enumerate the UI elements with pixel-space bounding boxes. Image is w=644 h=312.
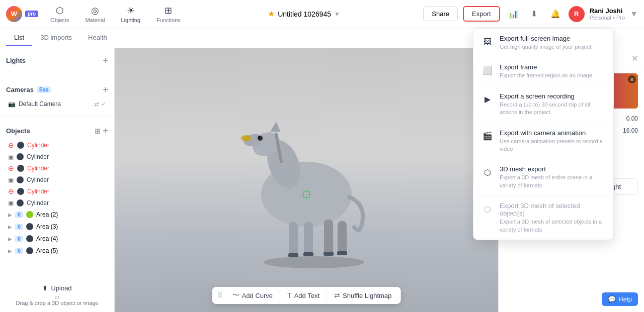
area-dot-icon	[26, 247, 33, 254]
list-item[interactable]: ⊖ Cylinder	[6, 185, 108, 197]
help-icon: 💬	[608, 295, 616, 303]
export-frame-text: Export frame Export the framed region as…	[500, 63, 605, 79]
add-camera-button[interactable]: +	[103, 84, 108, 95]
add-curve-button[interactable]: 〜 Add Curve	[225, 287, 280, 304]
remove-icon[interactable]: ⊖	[8, 187, 14, 195]
photo-close-button[interactable]: ✕	[628, 75, 636, 83]
notification-icon[interactable]: 🔔	[547, 6, 564, 22]
remove-icon[interactable]: ⊖	[8, 141, 14, 149]
obj-actions: ⊞ +	[95, 126, 108, 136]
list-item[interactable]: ▣ Cylinder	[6, 197, 108, 209]
remove-icon[interactable]: ⊖	[8, 164, 14, 172]
list-item[interactable]: ▣ Cylinder	[6, 174, 108, 185]
export-3d-mesh-selected-title: Export 3D mesh of selected object(s)	[500, 202, 605, 217]
list-item[interactable]: ▶ 0 Area (5)	[6, 245, 108, 257]
material-icon: ◎	[91, 5, 99, 16]
svg-point-4	[241, 135, 251, 141]
upload-desc: Drag & drop a 3D object or image	[6, 300, 108, 306]
svg-rect-13	[303, 252, 313, 256]
export-3d-mesh-selected-text: Export 3D mesh of selected object(s) Exp…	[500, 202, 605, 234]
topbar: W pro ⬡ Objects ◎ Material ☀ Lighting ⊞ …	[0, 0, 644, 28]
object-label: Cylinder	[27, 142, 49, 149]
download-icon[interactable]: ⬇	[526, 6, 542, 22]
expand-icon[interactable]: ▶	[8, 236, 12, 242]
camera-check-icon[interactable]: ✓	[101, 100, 106, 108]
add-text-button[interactable]: T Add Text	[280, 287, 327, 303]
camera-switch-icon[interactable]: ⇄	[94, 100, 99, 108]
shuffle-lightmap-button[interactable]: ⇄ Shuffle Lightmap	[327, 287, 398, 303]
collapse-right-icon[interactable]: ✕	[631, 54, 638, 63]
add-object-button[interactable]: +	[103, 126, 108, 136]
tab-list[interactable]: List	[6, 30, 32, 46]
divider-1	[0, 75, 114, 75]
user-info: Rani Joshi Personal • Pro	[590, 7, 625, 21]
svg-rect-15	[337, 251, 347, 255]
user-plan: Personal • Pro	[590, 15, 625, 21]
export-fullscreen-item[interactable]: 🖼 Export full-screen image Get high qual…	[473, 29, 613, 57]
upload-icon: ⬆	[42, 284, 48, 292]
camera-icons: ⇄ ✓	[94, 100, 106, 108]
nav-functions-label: Functions	[156, 17, 181, 23]
share-button[interactable]: Share	[423, 7, 458, 21]
list-item[interactable]: ⊖ Cylinder	[6, 139, 108, 151]
export-frame-item[interactable]: ⬜ Export frame Export the framed region …	[473, 57, 613, 85]
drag-handle-icon: ⠿	[214, 287, 225, 303]
user-dropdown-icon[interactable]: ▼	[630, 10, 638, 19]
export-recording-item[interactable]: ▶ Export a screen recording Record a (up…	[473, 86, 613, 123]
expand-icon[interactable]: ▶	[8, 248, 12, 254]
canvas-area[interactable]: ⠿ 〜 Add Curve T Add Text ⇄ Shuffle Light…	[115, 48, 498, 312]
help-button[interactable]: 💬 Help	[602, 292, 638, 306]
list-item[interactable]: ▶ 0 Area (3)	[6, 221, 108, 233]
objects-section: Objects ⊞ + ⊖ Cylinder ▣ Cylinder ⊖ C	[0, 119, 114, 261]
nav-objects-label: Objects	[50, 17, 69, 23]
add-light-button[interactable]: +	[103, 55, 108, 66]
nav-material[interactable]: ◎ Material	[81, 3, 109, 25]
tab-3dimports[interactable]: 3D imports	[32, 30, 80, 46]
cube-icon: ▣	[8, 153, 14, 160]
project-chevron-icon[interactable]: ▼	[334, 11, 340, 18]
upload-button[interactable]: ⬆ Upload	[6, 284, 108, 292]
area-badge: 0	[15, 248, 23, 254]
horse-model	[206, 84, 407, 277]
list-item[interactable]: ▣ Cylinder	[6, 151, 108, 162]
export-recording-icon: ▶	[481, 93, 494, 106]
tab-health[interactable]: Health	[80, 30, 115, 46]
export-3d-mesh-selected-desc: Export a 3D mesh of selected objects in …	[500, 218, 605, 234]
camera-item[interactable]: 📷 Default Camera ⇄ ✓	[6, 98, 108, 110]
list-item[interactable]: ▶ 0 Area (2)	[6, 209, 108, 221]
export-camera-animation-item[interactable]: 🎬 Export with camera animation Use camer…	[473, 123, 613, 159]
project-title-text: Untitled 1026945	[278, 10, 331, 18]
nav-material-label: Material	[85, 17, 105, 23]
export-3d-mesh-item[interactable]: ⬡ 3D mesh export Export a 3D mesh of ent…	[473, 159, 613, 195]
user-name: Rani Joshi	[590, 7, 625, 15]
expand-icon[interactable]: ▶	[8, 224, 12, 230]
sidebar: Lights + Cameras Exp + 📷 Default Camera …	[0, 48, 115, 312]
svg-rect-11	[338, 221, 347, 255]
upload-area: ⬆ Upload or Drag & drop a 3D object or i…	[0, 278, 114, 312]
list-item[interactable]: ⊖ Cylinder	[6, 162, 108, 174]
analytics-icon[interactable]: 📊	[505, 6, 521, 22]
export-button[interactable]: Export	[463, 6, 500, 22]
avatar[interactable]: R	[569, 6, 585, 22]
nav-lighting[interactable]: ☀ Lighting	[117, 3, 145, 25]
logo-icon[interactable]: W	[6, 6, 22, 22]
exp-badge: Exp	[37, 86, 51, 93]
export-recording-title: Export a screen recording	[500, 92, 605, 100]
list-item[interactable]: ▶ 0 Area (4)	[6, 233, 108, 245]
export-frame-icon: ⬜	[481, 64, 494, 76]
pro-badge: pro	[25, 11, 38, 17]
divider-2	[0, 116, 114, 117]
object-label: Cylinder	[27, 165, 49, 172]
value-num-2: 16.00	[623, 127, 638, 134]
obj-layout-icon[interactable]: ⊞	[95, 127, 101, 135]
shuffle-icon: ⇄	[334, 291, 340, 299]
area-dot-icon	[26, 223, 33, 230]
object-label: Cylinder	[27, 188, 49, 195]
cameras-header: Cameras Exp +	[6, 81, 108, 98]
area-dot-icon	[26, 235, 33, 242]
export-camera-animation-icon: 🎬	[481, 130, 494, 142]
nav-objects[interactable]: ⬡ Objects	[46, 3, 73, 25]
expand-icon[interactable]: ▶	[8, 212, 12, 218]
export-frame-desc: Export the framed region as an image	[500, 72, 605, 79]
nav-functions[interactable]: ⊞ Functions	[152, 3, 185, 25]
